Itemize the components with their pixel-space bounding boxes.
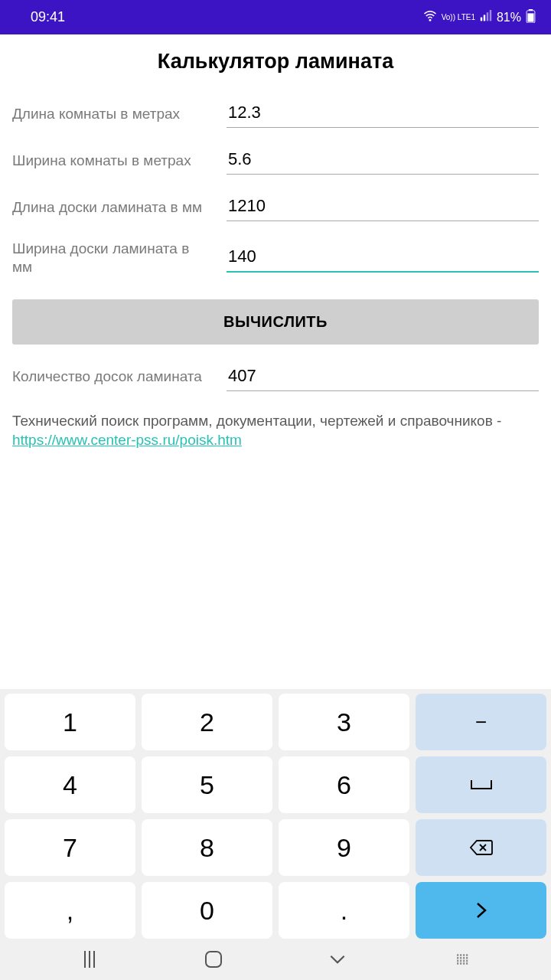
wifi-icon [423, 9, 437, 26]
key-space[interactable] [416, 756, 546, 813]
space-icon [471, 780, 492, 789]
key-2[interactable]: 2 [142, 694, 272, 750]
nav-keyboard-button[interactable]: ⁞⁞⁞⁞ [450, 948, 473, 971]
output-result[interactable] [227, 363, 539, 391]
status-time: 09:41 [31, 9, 65, 25]
svg-rect-3 [487, 12, 488, 21]
calculate-button[interactable]: ВЫЧИСЛИТЬ [12, 299, 539, 345]
form: Длина комнаты в метрах Ширина комнаты в … [0, 100, 551, 391]
status-indicators: Vo)) LTE1 81% [423, 9, 536, 26]
status-bar: 09:41 Vo)) LTE1 81% [0, 0, 551, 34]
key-1[interactable]: 1 [5, 694, 135, 750]
label-board-length: Длина доски ламината в мм [12, 198, 211, 217]
chevron-right-icon [475, 901, 487, 920]
key-minus[interactable]: − [416, 694, 546, 750]
battery-icon [526, 9, 536, 26]
svg-rect-7 [527, 13, 533, 21]
home-icon [205, 951, 222, 968]
input-room-length[interactable] [227, 100, 539, 128]
page-title: Калькулятор ламината [0, 34, 551, 81]
label-result: Количество досок ламината [12, 368, 211, 386]
key-6[interactable]: 6 [279, 756, 409, 813]
key-backspace[interactable] [416, 819, 546, 876]
backspace-icon [470, 839, 493, 856]
signal-icon [480, 10, 492, 25]
svg-rect-1 [481, 17, 482, 21]
nav-back-button[interactable] [326, 948, 349, 971]
key-7[interactable]: 7 [5, 819, 135, 876]
android-nav-bar: ⁞⁞⁞⁞ [5, 939, 546, 980]
input-room-width[interactable] [227, 146, 539, 175]
chevron-down-icon [328, 949, 347, 969]
footer-link[interactable]: https://www.center-pss.ru/poisk.htm [12, 432, 242, 448]
numeric-keyboard: 1 2 3 − 4 5 6 7 8 9 , 0 . ⁞⁞⁞⁞ [0, 689, 551, 980]
nav-recent-button[interactable] [78, 948, 101, 971]
key-5[interactable]: 5 [142, 756, 272, 813]
footer-text: Технический поиск программ, документации… [0, 411, 551, 450]
key-3[interactable]: 3 [279, 694, 409, 750]
key-0[interactable]: 0 [142, 882, 272, 939]
label-room-length: Длина комнаты в метрах [12, 105, 211, 123]
recent-icon [84, 951, 95, 968]
network-label: Vo)) LTE1 [442, 14, 475, 21]
footer-prefix: Технический поиск программ, документации… [12, 413, 501, 429]
key-enter[interactable] [416, 882, 546, 939]
nav-home-button[interactable] [202, 948, 225, 971]
key-9[interactable]: 9 [279, 819, 409, 876]
key-dot[interactable]: . [279, 882, 409, 939]
svg-rect-4 [490, 10, 491, 21]
row-result: Количество досок ламината [12, 363, 539, 391]
key-comma[interactable]: , [5, 882, 135, 939]
input-board-length[interactable] [227, 193, 539, 221]
key-8[interactable]: 8 [142, 819, 272, 876]
svg-point-0 [429, 19, 431, 21]
row-board-length: Длина доски ламината в мм [12, 193, 539, 221]
row-room-length: Длина комнаты в метрах [12, 100, 539, 128]
keyboard-switch-icon: ⁞⁞⁞⁞ [455, 950, 468, 969]
input-board-width[interactable] [227, 243, 539, 273]
label-room-width: Ширина комнаты в метрах [12, 152, 211, 170]
row-room-width: Ширина комнаты в метрах [12, 146, 539, 175]
key-4[interactable]: 4 [5, 756, 135, 813]
battery-percent: 81% [497, 11, 521, 24]
svg-rect-2 [484, 15, 485, 21]
row-board-width: Ширина доски ламината в мм [12, 240, 539, 276]
label-board-width: Ширина доски ламината в мм [12, 240, 211, 276]
